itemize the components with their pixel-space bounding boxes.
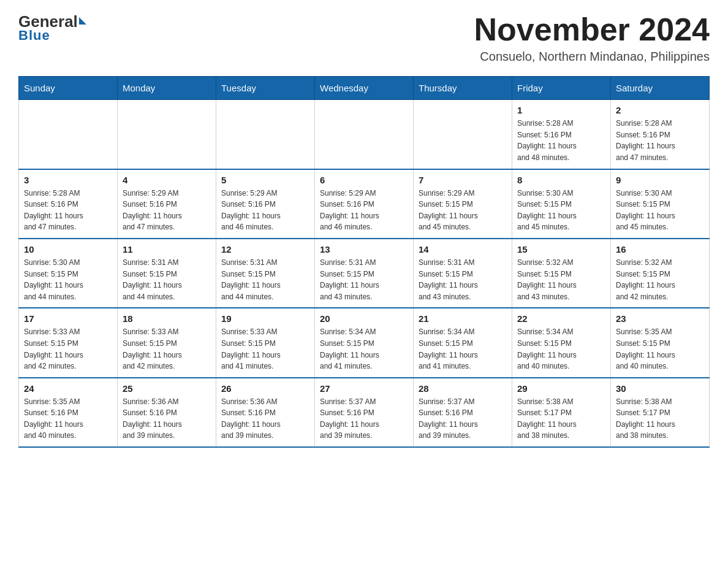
day-number: 25 — [123, 383, 211, 394]
day-detail: Sunrise: 5:32 AM Sunset: 5:15 PM Dayligh… — [616, 257, 704, 302]
day-number: 20 — [320, 313, 408, 324]
day-number: 2 — [616, 105, 704, 115]
day-detail: Sunrise: 5:34 AM Sunset: 5:15 PM Dayligh… — [517, 326, 605, 372]
table-row: 2Sunrise: 5:28 AM Sunset: 5:16 PM Daylig… — [611, 100, 710, 169]
month-title: November 2024 — [474, 12, 710, 47]
day-number: 18 — [123, 313, 211, 324]
table-row: 11Sunrise: 5:31 AM Sunset: 5:15 PM Dayli… — [118, 239, 216, 308]
table-row: 17Sunrise: 5:33 AM Sunset: 5:15 PM Dayli… — [19, 308, 118, 377]
day-number: 21 — [419, 313, 507, 324]
day-detail: Sunrise: 5:35 AM Sunset: 5:15 PM Dayligh… — [616, 326, 704, 372]
calendar-table: Sunday Monday Tuesday Wednesday Thursday… — [18, 76, 710, 448]
day-number: 8 — [517, 175, 605, 185]
table-row: 28Sunrise: 5:37 AM Sunset: 5:16 PM Dayli… — [414, 378, 512, 447]
table-row: 8Sunrise: 5:30 AM Sunset: 5:15 PM Daylig… — [512, 169, 611, 239]
day-detail: Sunrise: 5:31 AM Sunset: 5:15 PM Dayligh… — [419, 257, 507, 302]
day-number: 7 — [419, 175, 507, 185]
table-row: 30Sunrise: 5:38 AM Sunset: 5:17 PM Dayli… — [611, 378, 710, 447]
table-row: 25Sunrise: 5:36 AM Sunset: 5:16 PM Dayli… — [118, 378, 216, 447]
day-number: 24 — [24, 383, 112, 394]
day-number: 1 — [517, 105, 605, 115]
table-row: 7Sunrise: 5:29 AM Sunset: 5:15 PM Daylig… — [414, 169, 512, 239]
day-detail: Sunrise: 5:28 AM Sunset: 5:16 PM Dayligh… — [517, 118, 605, 163]
day-detail: Sunrise: 5:29 AM Sunset: 5:16 PM Dayligh… — [320, 188, 408, 233]
day-number: 29 — [517, 383, 605, 394]
day-detail: Sunrise: 5:37 AM Sunset: 5:16 PM Dayligh… — [419, 396, 507, 442]
day-detail: Sunrise: 5:36 AM Sunset: 5:16 PM Dayligh… — [221, 396, 309, 442]
table-row: 16Sunrise: 5:32 AM Sunset: 5:15 PM Dayli… — [611, 239, 710, 308]
title-area: November 2024 Consuelo, Northern Mindana… — [474, 12, 710, 64]
table-row: 14Sunrise: 5:31 AM Sunset: 5:15 PM Dayli… — [414, 239, 512, 308]
day-detail: Sunrise: 5:34 AM Sunset: 5:15 PM Dayligh… — [419, 326, 507, 372]
day-detail: Sunrise: 5:34 AM Sunset: 5:15 PM Dayligh… — [320, 326, 408, 372]
table-row: 23Sunrise: 5:35 AM Sunset: 5:15 PM Dayli… — [611, 308, 710, 377]
header-saturday: Saturday — [611, 77, 710, 100]
day-detail: Sunrise: 5:29 AM Sunset: 5:16 PM Dayligh… — [123, 188, 211, 233]
day-number: 10 — [24, 244, 112, 255]
day-detail: Sunrise: 5:35 AM Sunset: 5:16 PM Dayligh… — [24, 396, 112, 442]
day-detail: Sunrise: 5:33 AM Sunset: 5:15 PM Dayligh… — [24, 326, 112, 372]
calendar-week-row: 24Sunrise: 5:35 AM Sunset: 5:16 PM Dayli… — [19, 378, 710, 447]
day-detail: Sunrise: 5:38 AM Sunset: 5:17 PM Dayligh… — [616, 396, 704, 442]
day-number: 30 — [616, 383, 704, 394]
logo: General Blue — [18, 12, 86, 44]
table-row: 21Sunrise: 5:34 AM Sunset: 5:15 PM Dayli… — [414, 308, 512, 377]
table-row: 27Sunrise: 5:37 AM Sunset: 5:16 PM Dayli… — [315, 378, 414, 447]
day-number: 12 — [221, 244, 309, 255]
day-number: 23 — [616, 313, 704, 324]
table-row — [216, 100, 315, 169]
table-row: 19Sunrise: 5:33 AM Sunset: 5:15 PM Dayli… — [216, 308, 315, 377]
day-detail: Sunrise: 5:30 AM Sunset: 5:15 PM Dayligh… — [517, 188, 605, 233]
logo-triangle-icon — [79, 17, 86, 25]
day-number: 5 — [221, 175, 309, 185]
table-row: 1Sunrise: 5:28 AM Sunset: 5:16 PM Daylig… — [512, 100, 611, 169]
calendar-week-row: 17Sunrise: 5:33 AM Sunset: 5:15 PM Dayli… — [19, 308, 710, 377]
table-row: 12Sunrise: 5:31 AM Sunset: 5:15 PM Dayli… — [216, 239, 315, 308]
calendar-week-row: 3Sunrise: 5:28 AM Sunset: 5:16 PM Daylig… — [19, 169, 710, 239]
day-detail: Sunrise: 5:31 AM Sunset: 5:15 PM Dayligh… — [123, 257, 211, 302]
table-row: 6Sunrise: 5:29 AM Sunset: 5:16 PM Daylig… — [315, 169, 414, 239]
header-sunday: Sunday — [19, 77, 118, 100]
day-detail: Sunrise: 5:29 AM Sunset: 5:16 PM Dayligh… — [221, 188, 309, 233]
day-detail: Sunrise: 5:30 AM Sunset: 5:15 PM Dayligh… — [24, 257, 112, 302]
day-number: 4 — [123, 175, 211, 185]
header-wednesday: Wednesday — [315, 77, 414, 100]
table-row: 9Sunrise: 5:30 AM Sunset: 5:15 PM Daylig… — [611, 169, 710, 239]
logo-blue-text: Blue — [18, 28, 50, 44]
day-detail: Sunrise: 5:37 AM Sunset: 5:16 PM Dayligh… — [320, 396, 408, 442]
day-number: 26 — [221, 383, 309, 394]
table-row: 3Sunrise: 5:28 AM Sunset: 5:16 PM Daylig… — [19, 169, 118, 239]
table-row: 20Sunrise: 5:34 AM Sunset: 5:15 PM Dayli… — [315, 308, 414, 377]
calendar-week-row: 10Sunrise: 5:30 AM Sunset: 5:15 PM Dayli… — [19, 239, 710, 308]
header-thursday: Thursday — [414, 77, 512, 100]
table-row: 5Sunrise: 5:29 AM Sunset: 5:16 PM Daylig… — [216, 169, 315, 239]
day-detail: Sunrise: 5:33 AM Sunset: 5:15 PM Dayligh… — [221, 326, 309, 372]
day-number: 9 — [616, 175, 704, 185]
day-detail: Sunrise: 5:28 AM Sunset: 5:16 PM Dayligh… — [616, 118, 704, 163]
calendar-week-row: 1Sunrise: 5:28 AM Sunset: 5:16 PM Daylig… — [19, 100, 710, 169]
table-row: 26Sunrise: 5:36 AM Sunset: 5:16 PM Dayli… — [216, 378, 315, 447]
day-number: 27 — [320, 383, 408, 394]
day-detail: Sunrise: 5:29 AM Sunset: 5:15 PM Dayligh… — [419, 188, 507, 233]
table-row — [118, 100, 216, 169]
day-number: 3 — [24, 175, 112, 185]
header-monday: Monday — [118, 77, 216, 100]
day-number: 28 — [419, 383, 507, 394]
table-row — [414, 100, 512, 169]
day-number: 22 — [517, 313, 605, 324]
day-detail: Sunrise: 5:31 AM Sunset: 5:15 PM Dayligh… — [221, 257, 309, 302]
table-row: 18Sunrise: 5:33 AM Sunset: 5:15 PM Dayli… — [118, 308, 216, 377]
table-row: 4Sunrise: 5:29 AM Sunset: 5:16 PM Daylig… — [118, 169, 216, 239]
day-number: 15 — [517, 244, 605, 255]
day-number: 19 — [221, 313, 309, 324]
day-detail: Sunrise: 5:30 AM Sunset: 5:15 PM Dayligh… — [616, 188, 704, 233]
table-row: 10Sunrise: 5:30 AM Sunset: 5:15 PM Dayli… — [19, 239, 118, 308]
page-header: General Blue November 2024 Consuelo, Nor… — [18, 12, 710, 64]
table-row — [19, 100, 118, 169]
day-detail: Sunrise: 5:38 AM Sunset: 5:17 PM Dayligh… — [517, 396, 605, 442]
day-number: 17 — [24, 313, 112, 324]
weekday-header-row: Sunday Monday Tuesday Wednesday Thursday… — [19, 77, 710, 100]
header-friday: Friday — [512, 77, 611, 100]
table-row: 15Sunrise: 5:32 AM Sunset: 5:15 PM Dayli… — [512, 239, 611, 308]
day-detail: Sunrise: 5:32 AM Sunset: 5:15 PM Dayligh… — [517, 257, 605, 302]
